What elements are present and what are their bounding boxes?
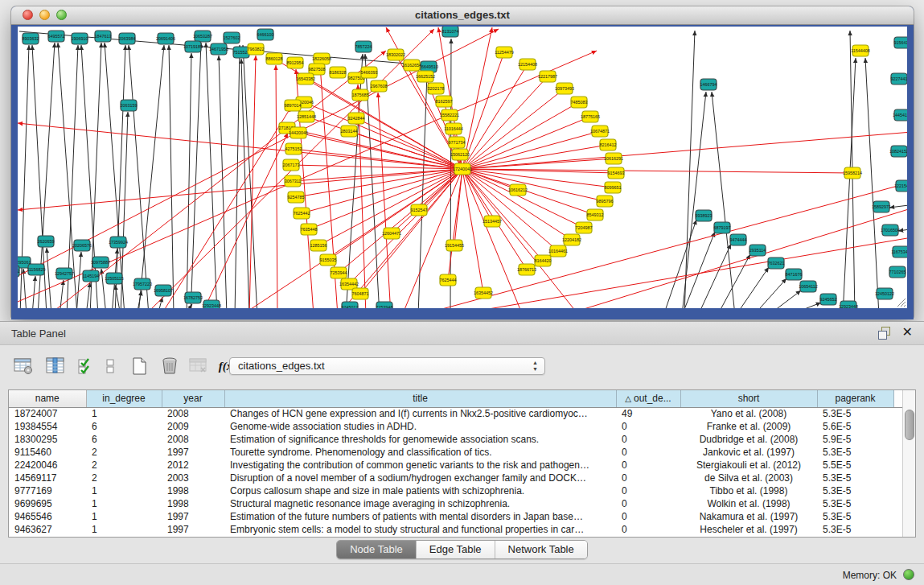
table-cell[interactable]: 5.3E-5 — [817, 523, 893, 536]
graph-node[interactable]: 11156829 — [27, 264, 45, 275]
table-cell[interactable]: 9465546 — [9, 510, 86, 523]
graph-node[interactable]: 10164461 — [548, 245, 568, 257]
graph-node[interactable]: 2967608 — [371, 80, 388, 92]
graph-node[interactable]: 12450122 — [875, 288, 894, 299]
graph-node[interactable]: 9254785 — [288, 192, 305, 203]
graph-node[interactable]: 8549312 — [587, 209, 604, 220]
table-cell[interactable]: 2009 — [162, 420, 224, 433]
table-cell[interactable]: 5.3E-5 — [817, 497, 893, 510]
graph-edge[interactable] — [462, 169, 572, 240]
table-cell[interactable]: 49 — [616, 407, 680, 420]
graph-node[interactable]: 1875685 — [352, 89, 369, 101]
table-cell[interactable]: de Silva et al. (2003) — [680, 472, 817, 484]
select-all-button[interactable] — [74, 354, 98, 378]
resize-grip-icon[interactable] — [895, 296, 906, 307]
graph-node[interactable]: 7253944 — [331, 267, 347, 278]
graph-node[interactable]: 12154408 — [518, 59, 537, 70]
graph-node[interactable]: 3913352 — [18, 266, 20, 277]
graph-node[interactable]: 12215412 — [894, 180, 907, 192]
table-selector-dropdown[interactable]: citations_edges.txt ▲▼ — [229, 357, 545, 375]
graph-edge[interactable] — [138, 45, 164, 308]
table-cell[interactable]: Genome-wide association studies in ADHD. — [224, 420, 616, 433]
table-row[interactable]: 1830029562008Estimation of significance … — [9, 433, 904, 446]
graph-edge[interactable] — [86, 282, 90, 308]
graph-node[interactable]: 10616212 — [508, 184, 528, 196]
graph-edge[interactable] — [462, 169, 852, 173]
table-cell[interactable]: 6 — [86, 420, 162, 433]
graph-node[interactable]: 9895796 — [597, 196, 614, 207]
unselect-all-button[interactable] — [98, 354, 122, 378]
graph-node[interactable]: 14454152 — [893, 109, 907, 121]
graph-node[interactable]: 9897014 — [285, 100, 302, 111]
create-column-button[interactable] — [127, 354, 151, 378]
graph-node[interactable]: 1906910 — [72, 33, 88, 44]
table-cell[interactable]: Estimation of the future numbers of pati… — [224, 510, 616, 523]
graph-node[interactable]: 4275152 — [285, 143, 302, 154]
table-cell[interactable]: 0 — [616, 472, 680, 484]
table-cell[interactable]: 19384554 — [9, 420, 86, 433]
graph-edge[interactable] — [712, 92, 735, 308]
graph-node[interactable]: 9227441 — [891, 73, 908, 84]
memory-status-indicator[interactable] — [903, 569, 914, 580]
table-cell[interactable]: 1 — [86, 484, 162, 497]
graph-node[interactable]: 16354452 — [474, 287, 493, 299]
graph-node[interactable]: 18302022 — [386, 49, 405, 60]
table-cell[interactable]: Stergiakouli et al. (2012) — [680, 459, 817, 472]
graph-node[interactable]: 16782753 — [183, 292, 203, 303]
graph-node[interactable]: 9771734 — [449, 137, 466, 148]
table-cell[interactable]: 1997 — [162, 510, 224, 523]
graph-edge[interactable] — [206, 43, 217, 308]
graph-edge[interactable] — [339, 169, 462, 273]
graph-node[interactable]: 16162654 — [402, 60, 421, 71]
graph-node[interactable]: 9245012 — [342, 302, 359, 308]
graph-node[interactable]: 6466100 — [257, 29, 274, 40]
column-header-pagerank[interactable]: pagerank — [817, 390, 893, 407]
graph-node[interactable]: 16625152 — [416, 71, 435, 82]
table-cell[interactable]: 1997 — [162, 523, 224, 536]
graph-node[interactable]: 11544408 — [851, 45, 870, 56]
graph-node[interactable]: 2935114 — [749, 245, 766, 256]
table-cell[interactable]: 2 — [86, 459, 162, 472]
table-cell[interactable]: 0 — [616, 420, 680, 433]
graph-node[interactable]: 8912954 — [287, 57, 304, 68]
graph-node[interactable]: 30975887 — [91, 257, 110, 268]
table-cell[interactable]: 18300295 — [9, 433, 86, 446]
table-cell[interactable]: 1998 — [162, 484, 224, 497]
graph-edge[interactable] — [235, 45, 240, 308]
column-header-out_de[interactable]: △out_de... — [616, 390, 680, 407]
table-cell[interactable]: 5.3E-5 — [817, 510, 893, 523]
graph-node[interactable]: 7632621 — [768, 257, 785, 269]
table-cell[interactable]: 0 — [616, 484, 680, 497]
graph-node[interactable]: 10654112 — [799, 281, 818, 292]
table-row[interactable]: 977716911998Corpus callosum shape and si… — [9, 484, 904, 497]
table-cell[interactable]: Investigating the contribution of common… — [224, 459, 616, 472]
graph-edge[interactable] — [76, 252, 81, 308]
node-table[interactable]: namein_degreeyeartitle△out_de...shortpag… — [9, 390, 904, 536]
graph-node[interactable]: 5466393 — [361, 67, 378, 78]
graph-edge[interactable] — [129, 45, 149, 308]
graph-node[interactable]: 7625444 — [440, 274, 457, 286]
graph-node[interactable]: 15582221 — [440, 109, 459, 121]
graph-edge[interactable] — [47, 248, 51, 308]
graph-edge[interactable] — [865, 58, 879, 308]
graph-node[interactable]: 18226058 — [312, 53, 331, 64]
graph-node[interactable]: 3067311 — [285, 175, 302, 187]
graph-node[interactable]: 7710265 — [889, 266, 906, 278]
graph-edge[interactable] — [563, 205, 907, 308]
graph-node[interactable]: 1145194 — [83, 270, 100, 282]
table-cell[interactable]: 0 — [616, 446, 680, 459]
graph-node[interactable]: 15062120 — [450, 149, 470, 160]
table-scrollbar[interactable] — [902, 390, 915, 537]
graph-edge[interactable] — [378, 93, 391, 308]
network-canvas[interactable]: 8903632649557219069101847613206398420691… — [18, 27, 907, 308]
graph-edge[interactable] — [18, 169, 462, 210]
table-cell[interactable]: 18724007 — [9, 407, 86, 420]
table-cell[interactable]: 2012 — [162, 459, 224, 472]
graph-node[interactable]: 8471676 — [786, 269, 803, 280]
table-cell[interactable]: 5.9E-5 — [817, 433, 893, 446]
graph-node[interactable]: 12217987 — [538, 71, 557, 82]
graph-node[interactable]: 10824152 — [889, 146, 907, 157]
table-cell[interactable]: Tibbo et al. (1998) — [680, 484, 817, 497]
table-cell[interactable]: Wolkin et al. (1998) — [680, 497, 817, 510]
graph-node[interactable]: 10653287 — [193, 31, 212, 42]
